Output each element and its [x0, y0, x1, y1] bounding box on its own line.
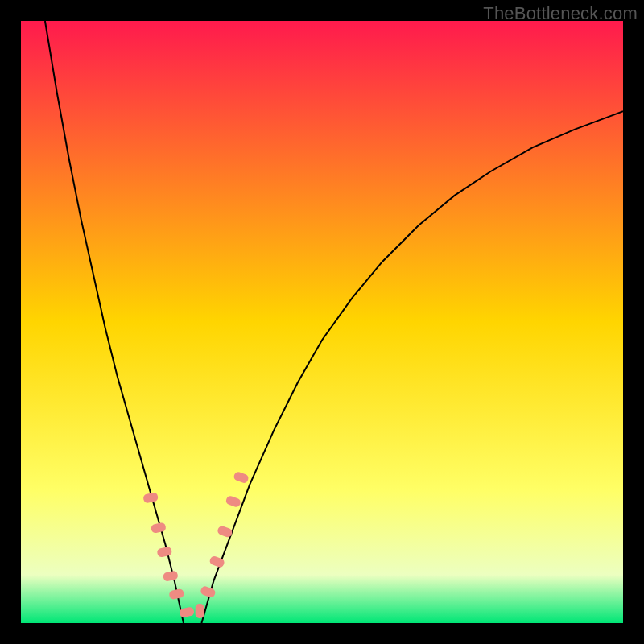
chart-frame [21, 21, 623, 623]
data-marker [196, 604, 204, 618]
chart-svg [21, 21, 623, 623]
chart-background [21, 21, 623, 623]
